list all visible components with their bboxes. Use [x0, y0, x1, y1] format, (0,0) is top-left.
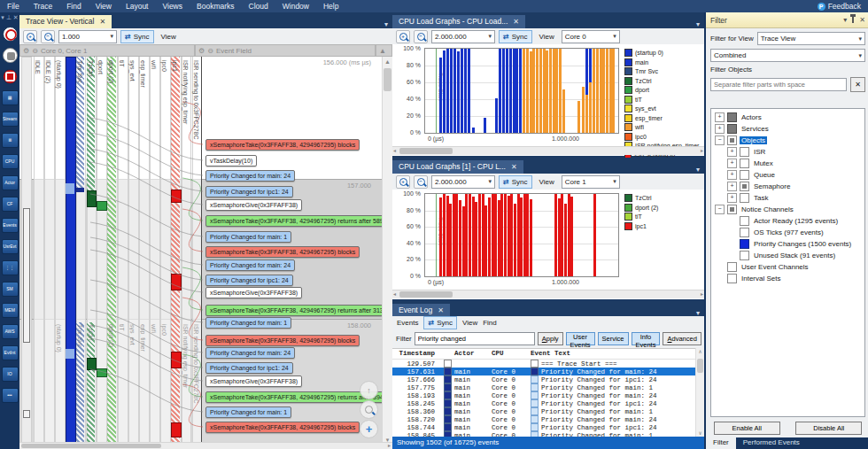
tree-item-queue[interactable]: +Queue — [711, 169, 864, 181]
scroll-top-button[interactable]: ▲ — [376, 44, 392, 57]
checkbox[interactable] — [727, 135, 737, 145]
close-icon[interactable]: ✕ — [859, 16, 865, 24]
checkbox[interactable] — [740, 228, 749, 237]
event-label[interactable]: xSemaphoreTake(0x3FFAFF38, 4294967295) b… — [205, 422, 360, 433]
event-label[interactable]: Priority Changed for main: 24 — [205, 347, 295, 359]
event-label[interactable]: Priority Changed for main: 1 — [205, 231, 291, 243]
view-menu[interactable]: View — [536, 178, 558, 186]
lane-esp-timer[interactable] — [139, 57, 150, 449]
chart-hscrollbar[interactable]: ◂▸ — [392, 290, 704, 298]
sync-toggle[interactable]: ⇄Sync — [423, 316, 457, 329]
enable-all-button[interactable]: Enable All — [714, 422, 780, 435]
apply-button[interactable]: Apply — [538, 332, 563, 345]
tree-item-notice[interactable]: −Notice Channels — [711, 204, 864, 215]
disable-all-button[interactable]: Disable All — [795, 422, 862, 435]
scroll-top-fab[interactable]: ↑ — [360, 381, 378, 399]
snapshot-icon[interactable] — [3, 69, 18, 84]
feedback-button[interactable]: P Feedback — [818, 2, 868, 11]
view-menu[interactable]: View — [536, 33, 558, 41]
lane-idle[interactable] — [34, 57, 44, 449]
minimap-viewport[interactable] — [23, 208, 30, 343]
expander-icon[interactable]: + — [727, 159, 737, 168]
zoom-fab[interactable] — [360, 400, 378, 419]
tree-item-mutex[interactable]: +Mutex — [711, 158, 864, 169]
scroll-up-icon[interactable]: ▲ — [383, 57, 392, 66]
chevron-down-icon[interactable]: ▾ — [692, 20, 704, 28]
event-label[interactable]: Priority Changed for ipc1: 24 — [205, 362, 293, 374]
table-row[interactable]: 157.775mainCore 0Priority Changed for ma… — [392, 383, 704, 391]
io-activity-icon[interactable]: IO — [2, 367, 19, 382]
event-label[interactable]: xSemaphoreTake(0x3FFAFF38, 4294967295) r… — [205, 215, 392, 227]
checkbox[interactable] — [727, 274, 737, 283]
user-events-icon[interactable]: UsrEvt — [2, 239, 19, 254]
checkbox[interactable] — [727, 205, 737, 214]
view-menu[interactable]: View — [158, 33, 180, 41]
events-menu[interactable]: Events — [397, 319, 418, 327]
tree-item-os[interactable]: OS Ticks (977 events) — [711, 227, 864, 238]
filter-search-input[interactable] — [710, 78, 847, 91]
table-row[interactable]: 158.245mainCore 0Priority Changed for ip… — [392, 399, 704, 407]
zoom-level-combo[interactable]: 1.000▾ — [58, 30, 117, 43]
menu-trace[interactable]: Trace — [27, 1, 59, 12]
col-cpu[interactable]: CPU — [492, 350, 531, 357]
checkbox[interactable] — [727, 124, 737, 134]
scroll-right-icon[interactable]: ▸ — [701, 147, 703, 155]
checkbox[interactable] — [740, 182, 749, 191]
chevron-down-icon[interactable]: ▾ — [843, 16, 847, 24]
expander-icon[interactable]: + — [727, 182, 737, 191]
event-label[interactable]: Priority Changed for main: 1 — [205, 406, 291, 418]
tab-filter[interactable]: Filter — [706, 437, 736, 449]
zoom-out-button[interactable]: − — [414, 30, 428, 43]
collapse-icon[interactable]: ⊖ — [207, 47, 213, 55]
add-view-fab[interactable]: + — [360, 420, 378, 438]
event-field-header[interactable]: ⚙ ⊖ Event Field — [195, 44, 376, 57]
close-icon[interactable]: ✕ — [511, 163, 517, 171]
sync-toggle[interactable]: ⇄Sync — [499, 175, 532, 189]
lane-dport[interactable] — [97, 57, 107, 449]
event-label[interactable]: xSemaphoreGive(0x3FFAFF38) — [205, 375, 302, 387]
event-label[interactable]: Priority Changed for main: 24 — [205, 259, 295, 271]
zoom-in-button[interactable]: + — [396, 175, 410, 189]
table-row[interactable]: 129.507=== Trace Start === — [392, 360, 704, 368]
sync-toggle[interactable]: ⇄Sync — [499, 30, 532, 43]
communication-flow-icon[interactable]: CF — [2, 197, 19, 212]
menu-view[interactable]: View — [89, 1, 119, 12]
menu-file[interactable]: File — [0, 1, 27, 12]
aws-cloudwatch-icon[interactable]: AWS — [2, 324, 19, 339]
expander-icon[interactable]: − — [715, 135, 725, 145]
state-flow-icon[interactable]: SM — [2, 282, 19, 297]
expander-icon[interactable]: − — [715, 205, 725, 214]
chevron-down-icon[interactable]: ▾ — [380, 20, 392, 28]
menu-bookmarks[interactable]: Bookmarks — [190, 1, 242, 12]
core-selector-combo[interactable]: Core 1▾ — [562, 175, 620, 189]
tab-event-log[interactable]: Event Log ✕ — [392, 304, 450, 317]
menu-find[interactable]: Find — [59, 1, 89, 12]
lane-wifi[interactable] — [150, 57, 160, 449]
lane-idle-2-[interactable] — [44, 57, 55, 449]
filter-input[interactable] — [415, 332, 535, 345]
event-label[interactable]: xSemaphoreTake(0x3FFAFF38, 4294967295) b… — [205, 139, 360, 151]
expander-icon[interactable] — [727, 239, 737, 249]
stop-icon[interactable] — [3, 48, 18, 63]
tree-item-isr[interactable]: +ISR — [711, 146, 864, 158]
chevron-down-icon[interactable]: ▾ — [692, 166, 704, 174]
table-row[interactable]: 158.720mainCore 0Priority Changed for ma… — [392, 415, 704, 423]
close-icon[interactable]: ✕ — [513, 18, 519, 26]
streaming-view-icon[interactable]: Stream — [2, 112, 19, 127]
event-label[interactable]: Priority Changed for main: 1 — [205, 317, 291, 329]
col-actor[interactable]: Actor — [454, 350, 492, 357]
lane--startup-0-[interactable] — [55, 57, 66, 449]
expander-icon[interactable]: + — [715, 112, 725, 122]
scroll-right-icon[interactable]: ▸ — [388, 443, 391, 449]
zoom-in-button[interactable]: + — [23, 30, 37, 43]
tree-item-services[interactable]: +Services — [711, 123, 864, 135]
view-menu[interactable]: View — [462, 319, 477, 327]
object-history-icon[interactable]: ⋮⋮ — [2, 260, 19, 275]
gear-icon[interactable]: ⚙ — [23, 47, 29, 55]
checkbox[interactable] — [727, 112, 737, 122]
expander-icon[interactable]: + — [727, 193, 737, 203]
chart-hscrollbar[interactable]: ◂▸ — [392, 146, 704, 155]
advanced-button[interactable]: Advanced — [663, 332, 701, 345]
table-row[interactable]: 158.360mainCore 0Priority Changed for ma… — [392, 407, 704, 415]
checkbox[interactable] — [727, 262, 737, 272]
